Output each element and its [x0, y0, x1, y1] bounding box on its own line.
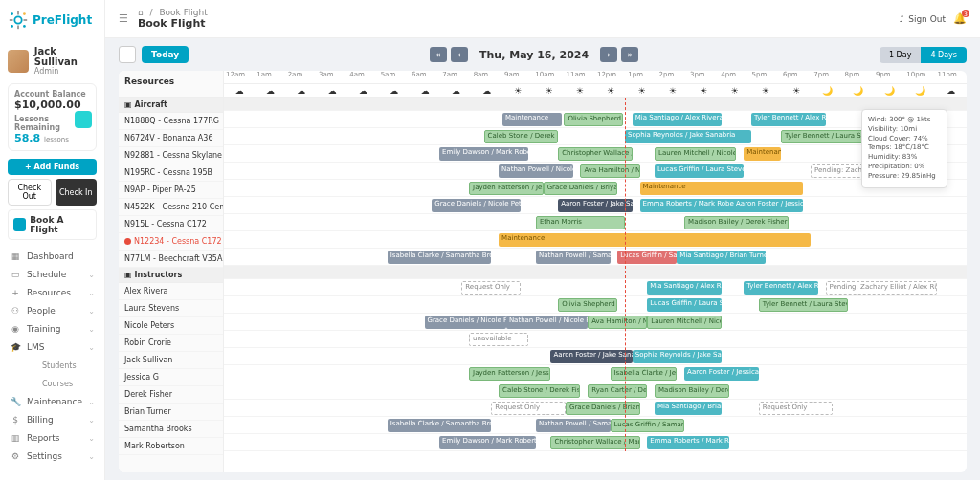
booking-event[interactable]: Lauren Mitchell / Nicole Peters — [647, 316, 722, 329]
resource-row[interactable]: Mark Robertson — [119, 438, 223, 455]
booking-event[interactable]: Maintenance — [744, 147, 781, 161]
check-out-button[interactable]: Check Out — [8, 179, 52, 206]
view-1day-button[interactable]: 1 Day — [880, 47, 921, 63]
booking-event[interactable]: Jayden Patterson / Jessica G — [469, 182, 544, 195]
profile[interactable]: Jack Sullivan Admin — [8, 42, 97, 79]
nav-students[interactable]: Students — [8, 357, 97, 374]
booking-event[interactable]: Pending: Zachary Elliot / Alex Rivera — [826, 281, 937, 295]
booking-event[interactable]: Maintenance — [499, 233, 811, 247]
nav-lms[interactable]: 🎓LMS⌄ — [8, 338, 97, 356]
notifications-icon[interactable]: 🔔3 — [953, 12, 967, 25]
booking-event[interactable]: Emily Dawson / Mark Robertson — [439, 147, 528, 161]
booking-event[interactable]: Request Only — [759, 402, 834, 415]
booking-event[interactable]: Maintenance — [640, 182, 804, 195]
booking-event[interactable]: Emma Roberts / Mark Robertson — [647, 436, 728, 449]
resource-row[interactable]: Derek Fisher — [119, 386, 223, 404]
resource-row[interactable]: Robin Crorie — [119, 335, 223, 352]
group-instructors[interactable]: ▣ Instructors — [119, 268, 223, 283]
booking-event[interactable]: Lucas Griffin / Laura Stevens — [647, 298, 722, 312]
timeline-row[interactable]: Emily Dawson / Mark RobertsonChristopher… — [224, 434, 967, 451]
timeline-row[interactable]: Jayden Patterson / Jessica GIsabella Cla… — [224, 365, 967, 382]
timeline-row[interactable]: MaintenanceOlivia Shepherd / Laura SteMi… — [224, 111, 967, 128]
breadcrumb-page[interactable]: Book Flight — [159, 8, 207, 17]
timeline-row[interactable]: Isabella Clarke / Samantha BrooksNathan … — [224, 249, 967, 266]
booking-event[interactable]: Tyler Bennett / Alex Rivera — [751, 113, 826, 126]
resource-row[interactable]: N1888Q - Cessna 177RG — [119, 113, 223, 130]
timeline-row[interactable]: Grace Daniels / Nicole PetersNathan Powe… — [224, 314, 967, 331]
booking-event[interactable]: Jayden Patterson / Jessica G — [469, 367, 550, 381]
resource-row[interactable]: N195RC - Cessna 195B — [119, 164, 223, 182]
resource-row[interactable]: N12234 - Cessna C172 — [119, 233, 223, 251]
booking-event[interactable]: Christopher Wallace / Mark Robertson — [550, 436, 639, 449]
nav-reports[interactable]: ▥Reports⌄ — [8, 429, 97, 447]
resource-row[interactable]: Jessica G — [119, 369, 223, 386]
nav-people[interactable]: ⚇People⌄ — [8, 302, 97, 319]
booking-event[interactable]: Mia Santiago / Brian Turner — [677, 251, 766, 264]
booking-event[interactable]: Nathan Powell / Samantha — [536, 251, 611, 264]
next-month-button[interactable]: » — [621, 47, 638, 62]
today-button[interactable]: Today — [142, 46, 189, 63]
booking-event[interactable]: Ava Hamilton / Nicole Peters — [588, 316, 647, 329]
booking-event[interactable]: Olivia Shepherd / Laura Ste — [564, 113, 623, 126]
resource-row[interactable]: Samantha Brooks — [119, 421, 223, 438]
nav-billing[interactable]: $Billing⌄ — [8, 411, 97, 428]
booking-event[interactable]: Caleb Stone / Derek Fisher — [499, 384, 580, 398]
add-funds-button[interactable]: + Add Funds — [8, 159, 97, 175]
booking-event[interactable]: Isabella Clarke / Samantha Brooks — [388, 419, 492, 432]
sign-out-button[interactable]: ⤴ Sign Out — [900, 14, 946, 24]
booking-event[interactable]: Nathan Powell / Nicole Pete — [499, 164, 573, 178]
check-in-button[interactable]: Check In — [56, 179, 98, 206]
booking-event[interactable]: Caleb Stone / Derek Fisher — [484, 130, 559, 143]
timeline-row[interactable]: Maintenance — [224, 231, 967, 249]
booking-event[interactable]: Olivia Shepherd / Laura Steve — [558, 298, 617, 312]
view-4day-button[interactable]: 4 Days — [921, 47, 967, 63]
resource-row[interactable]: Nicole Peters — [119, 317, 223, 335]
booking-event[interactable]: Maintenance — [502, 113, 562, 126]
booking-event[interactable]: Sophia Reynolds / Jake Sanabria — [625, 130, 751, 143]
booking-event[interactable]: Madison Bailey / Derek Fisher — [655, 384, 729, 398]
prev-month-button[interactable]: « — [430, 47, 447, 62]
calendar-icon[interactable] — [119, 46, 136, 63]
timeline-row[interactable]: Caleb Stone / Derek FisherSophia Reynold… — [224, 128, 967, 145]
timeline-row[interactable]: Caleb Stone / Derek FisherRyan Carter / … — [224, 382, 967, 400]
resource-row[interactable]: Brian Turner — [119, 404, 223, 421]
home-icon[interactable]: ⌂ — [138, 8, 144, 17]
resource-row[interactable]: Alex Rivera — [119, 283, 223, 300]
booking-event[interactable]: Request Only — [461, 281, 521, 295]
timeline-row[interactable]: unavailable — [224, 331, 967, 348]
booking-event[interactable]: Grace Daniels / Nicole Pete — [432, 199, 521, 212]
nav-dashboard[interactable]: ▦Dashboard — [8, 248, 97, 265]
nav-schedule[interactable]: ▭Schedule⌄ — [8, 266, 97, 283]
book-flight-button[interactable]: Book A Flight — [8, 209, 97, 240]
booking-event[interactable]: Request Only — [491, 402, 566, 415]
booking-event[interactable]: Grace Daniels / Nicole Peters — [425, 316, 506, 329]
timeline-row[interactable]: Request OnlyMia Santiago / Alex RiveraTy… — [224, 279, 967, 296]
resource-row[interactable]: Laura Stevens — [119, 300, 223, 317]
resource-row[interactable]: N77LM - Beechcraft V35A — [119, 251, 223, 268]
booking-event[interactable]: Emma Roberts / Mark Robe Aaron Foster / … — [640, 199, 804, 212]
nav-maintenance[interactable]: 🔧Maintenance⌄ — [8, 393, 97, 410]
booking-event[interactable]: Aaron Foster / Jake Sanabria — [558, 199, 633, 212]
booking-event[interactable]: Ryan Carter / Derek Fis — [588, 384, 647, 398]
nav-courses[interactable]: Courses — [8, 375, 97, 392]
booking-event[interactable]: Emily Dawson / Mark Robertson — [439, 436, 536, 449]
booking-event[interactable]: Tyler Bennett / Laura Stevens — [759, 298, 848, 312]
resource-row[interactable]: N92881 - Cessna Skylane — [119, 147, 223, 164]
chat-icon[interactable] — [75, 111, 92, 128]
booking-event[interactable]: unavailable — [469, 333, 528, 346]
booking-event[interactable]: Isabella Clarke / Jessica G — [611, 367, 678, 381]
timeline-row[interactable]: Ethan MorrisMadison Bailey / Derek Fishe… — [224, 214, 967, 231]
booking-event[interactable]: Lucas Griffin / Samantha B — [617, 251, 677, 264]
booking-event[interactable]: Mia Santiago / Brian Turner — [655, 402, 722, 415]
resource-row[interactable]: N4522K - Cessna 210 Centurion — [119, 199, 223, 216]
booking-event[interactable]: Lucas Griffin / Samantha Brooks — [611, 419, 685, 432]
booking-event[interactable]: Madison Bailey / Derek Fisher — [684, 216, 789, 229]
nav-resources[interactable]: +Resources⌄ — [8, 284, 97, 301]
timeline-row[interactable]: Emily Dawson / Mark RobertsonChristopher… — [224, 145, 967, 163]
menu-toggle-icon[interactable]: ☰ — [119, 12, 128, 25]
booking-event[interactable]: Ava Hamilton / Nicole Peter — [580, 164, 639, 178]
booking-event[interactable]: Nathan Powell / Samantha Brooks — [536, 419, 611, 432]
timeline-row[interactable]: Request OnlyGrace Daniels / Brian Turner… — [224, 400, 967, 417]
booking-event[interactable]: Mia Santiago / Alex Rivera — [633, 113, 722, 126]
timeline-row[interactable]: Nathan Powell / Nicole PeteAva Hamilton … — [224, 163, 967, 180]
